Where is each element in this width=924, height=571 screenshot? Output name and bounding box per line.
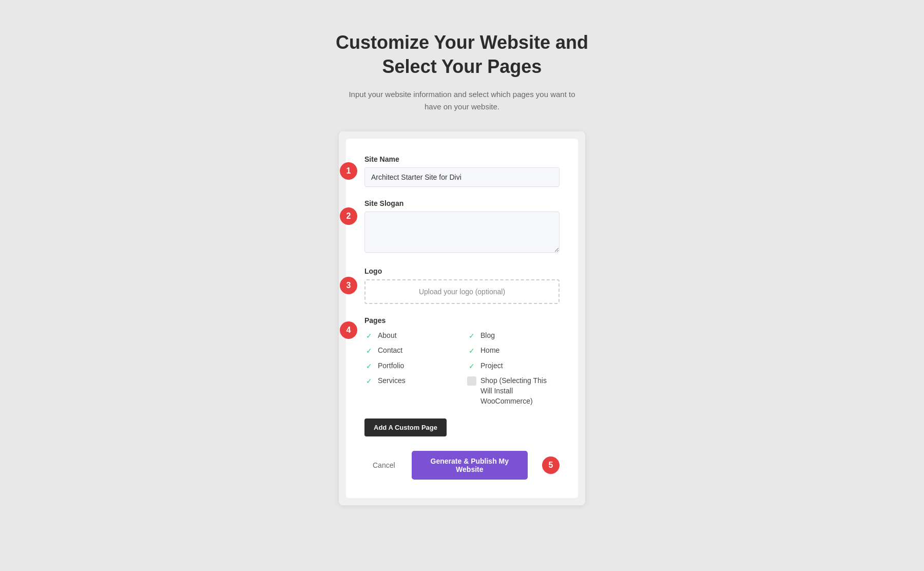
page-item-contact[interactable]: ✓ Contact [364,346,457,356]
site-name-label: Site Name [364,155,560,163]
page-label-contact: Contact [378,346,402,356]
step-2-badge: 2 [340,207,357,225]
page-item-shop[interactable]: Shop (Selecting This Will Install WooCom… [467,376,560,406]
site-slogan-input[interactable] [364,212,560,253]
site-slogan-section: 2 Site Slogan [364,199,560,255]
page-item-services[interactable]: ✓ Services [364,376,457,406]
page-label-home: Home [480,346,499,356]
logo-label: Logo [364,267,560,275]
site-slogan-label: Site Slogan [364,199,560,207]
generate-publish-button[interactable]: Generate & Publish My Website [412,451,528,480]
check-icon-contact: ✓ [364,346,374,355]
page-title: Customize Your Website and Select Your P… [336,31,588,79]
pages-grid: ✓ About ✓ Blog ✓ Contact ✓ Home [364,331,560,407]
page-label-blog: Blog [480,331,495,341]
logo-upload-area[interactable]: Upload your logo (optional) [364,279,560,304]
page-item-project[interactable]: ✓ Project [467,361,560,371]
page-item-blog[interactable]: ✓ Blog [467,331,560,341]
page-item-portfolio[interactable]: ✓ Portfolio [364,361,457,371]
site-name-section: 1 Site Name [364,155,560,187]
page-label-portfolio: Portfolio [378,361,404,371]
page-label-services: Services [378,376,406,386]
page-item-about[interactable]: ✓ About [364,331,457,341]
pages-section: 4 Pages ✓ About ✓ Blog ✓ Contact [364,316,560,407]
inner-card: 1 Site Name 2 Site Slogan 3 Logo Upload … [346,139,578,499]
page-label-project: Project [480,361,503,371]
check-icon-blog: ✓ [467,331,476,340]
page-header: Customize Your Website and Select Your P… [336,31,588,113]
step-3-badge: 3 [340,277,357,294]
outer-card: 1 Site Name 2 Site Slogan 3 Logo Upload … [339,131,585,506]
page-label-shop: Shop (Selecting This Will Install WooCom… [480,376,560,406]
step-4-badge: 4 [340,321,357,339]
form-actions: Cancel Generate & Publish My Website 5 [364,451,560,480]
check-icon-home: ✓ [467,346,476,355]
pages-label: Pages [364,316,560,325]
check-icon-about: ✓ [364,331,374,340]
add-custom-page-button[interactable]: Add A Custom Page [364,418,447,436]
page-item-home[interactable]: ✓ Home [467,346,560,356]
check-icon-shop [467,376,476,386]
page-label-about: About [378,331,397,341]
cancel-button[interactable]: Cancel [364,456,403,474]
check-icon-project: ✓ [467,361,476,371]
step-1-badge: 1 [340,162,357,180]
check-icon-services: ✓ [364,376,374,386]
page-subtitle: Input your website information and selec… [344,88,580,113]
step-5-badge: 5 [542,456,560,474]
check-icon-portfolio: ✓ [364,361,374,371]
site-name-input[interactable] [364,167,560,187]
logo-section: 3 Logo Upload your logo (optional) [364,267,560,304]
